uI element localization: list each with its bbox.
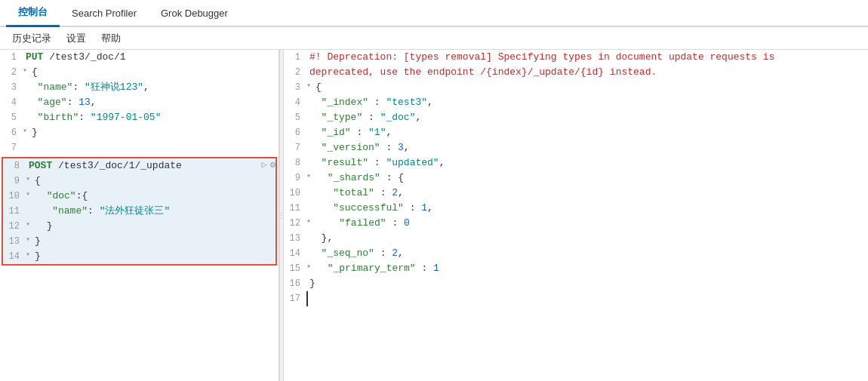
fold-arrow-9[interactable]: ▾ [26, 174, 30, 185]
line-7: 7 [0, 140, 279, 155]
right-line-12: 12 ▾ "failed" : 0 [284, 216, 868, 231]
line-10: 10 ▾ "doc":{ [3, 189, 275, 204]
line-num-12: 12 [3, 219, 26, 233]
line-num-5: 5 [0, 110, 23, 124]
right-fold-3[interactable]: ▾ [306, 80, 311, 91]
sub-nav-history[interactable]: 历史记录 [6, 29, 57, 48]
line-content-5: "birth": "1997-01-05" [23, 110, 279, 125]
line-content-10: "doc":{ [32, 189, 275, 204]
line-8: 8 POST /test3/_doc/1/_update ▷ ⚙ [3, 158, 275, 174]
right-line-content-14: "_seq_no" : 2, [306, 246, 868, 261]
right-line-13: 13 }, [284, 231, 868, 246]
right-line-num-17: 17 [284, 291, 306, 306]
right-fold-9[interactable]: ▾ [306, 171, 311, 182]
right-line-content-17 [306, 291, 868, 306]
line-1: 1 PUT /test3/_doc/1 [0, 50, 279, 65]
line-content-4: "age": 13, [23, 95, 279, 110]
right-line-11: 11 "successful" : 1, [284, 201, 868, 216]
right-line-4: 4 "_index" : "test3", [284, 95, 868, 110]
right-line-num-1: 1 [284, 50, 306, 64]
right-line-8: 8 "result" : "updated", [284, 155, 868, 171]
right-line-content-1: #! Deprecation: [types removal] Specifyi… [306, 50, 868, 65]
line-2: 2 ▾ { [0, 65, 279, 80]
right-line-17[interactable]: 17 [284, 291, 868, 306]
line-4: 4 "age": 13, [0, 95, 279, 110]
right-fold-12[interactable]: ▾ [306, 216, 311, 227]
line-num-9: 9 [3, 174, 26, 188]
line-num-7: 7 [0, 140, 23, 155]
line-content-9: { [32, 174, 275, 189]
right-line-content-9: "_shards" : { [312, 171, 868, 186]
right-line-9: 9 ▾ "_shards" : { [284, 171, 868, 186]
right-line-content-13: }, [306, 231, 868, 246]
line-content-12: } [32, 219, 275, 234]
sub-nav-help[interactable]: 帮助 [95, 29, 127, 48]
line-num-3: 3 [0, 80, 23, 94]
right-line-num-10: 10 [284, 186, 306, 200]
right-line-num-11: 11 [284, 201, 306, 215]
left-editor-panel[interactable]: 1 PUT /test3/_doc/1 2 ▾ { 3 "name": "狂神说… [0, 50, 279, 381]
right-line-content-11: "successful" : 1, [306, 201, 868, 216]
fold-arrow-10[interactable]: ▾ [26, 189, 30, 200]
right-line-num-5: 5 [284, 110, 306, 124]
line-13: 13 ▾ } [3, 234, 275, 249]
right-line-5: 5 "_type" : "_doc", [284, 110, 868, 125]
play-icon-8[interactable]: ▷ [262, 158, 267, 172]
sub-nav-settings[interactable]: 设置 [60, 29, 92, 48]
line-num-2: 2 [0, 65, 23, 79]
right-line-1: 1 #! Deprecation: [types removal] Specif… [284, 50, 868, 65]
right-line-content-6: "_id" : "1", [306, 125, 868, 140]
tab-grok-debugger[interactable]: Grok Debugger [149, 2, 240, 27]
line-content-14: } [32, 249, 275, 264]
tab-search-profiler[interactable]: Search Profiler [60, 2, 149, 27]
fold-arrow-14[interactable]: ▾ [26, 249, 30, 260]
line-6: 6 ▾ } [0, 125, 279, 140]
line-num-1: 1 [0, 50, 23, 64]
right-line-num-16: 16 [284, 276, 306, 290]
line-content-8: POST /test3/_doc/1/_update [26, 158, 259, 174]
right-line-num-14: 14 [284, 246, 306, 260]
right-code-editor: 1 #! Deprecation: [types removal] Specif… [284, 50, 868, 306]
line-num-6: 6 [0, 125, 23, 140]
right-editor-panel[interactable]: 1 #! Deprecation: [types removal] Specif… [284, 50, 868, 381]
right-line-10: 10 "total" : 2, [284, 186, 868, 201]
right-line-14: 14 "_seq_no" : 2, [284, 246, 868, 261]
line-num-14: 14 [3, 249, 26, 263]
fold-arrow-13[interactable]: ▾ [26, 234, 30, 245]
right-line-6: 6 "_id" : "1", [284, 125, 868, 140]
fold-arrow-2[interactable]: ▾ [23, 65, 27, 76]
right-line-num-3: 3 [284, 80, 306, 94]
line-num-4: 4 [0, 95, 23, 109]
right-line-content-15: "_primary_term" : 1 [312, 261, 868, 276]
line-content-1: PUT /test3/_doc/1 [23, 50, 279, 65]
sub-navigation: 历史记录 设置 帮助 [0, 27, 868, 50]
line-content-2: { [29, 65, 279, 80]
right-line-2: 2 deprecated, use the endpoint /{index}/… [284, 65, 868, 80]
right-line-num-12: 12 [284, 216, 306, 230]
right-line-7: 7 "_version" : 3, [284, 140, 868, 155]
right-line-num-2: 2 [284, 65, 306, 79]
right-line-content-8: "result" : "updated", [306, 155, 868, 171]
right-line-num-8: 8 [284, 155, 306, 170]
left-code-editor: 1 PUT /test3/_doc/1 2 ▾ { 3 "name": "狂神说… [0, 50, 279, 266]
line-5: 5 "birth": "1997-01-05" [0, 110, 279, 125]
line-num-11: 11 [3, 204, 26, 218]
top-navigation: 控制台 Search Profiler Grok Debugger [0, 0, 868, 27]
line-num-8: 8 [3, 158, 26, 173]
right-line-16: 16 } [284, 276, 868, 291]
line-9: 9 ▾ { [3, 174, 275, 189]
right-fold-15[interactable]: ▾ [306, 261, 311, 272]
highlighted-block: 8 POST /test3/_doc/1/_update ▷ ⚙ 9 ▾ { 1… [2, 157, 277, 266]
right-line-num-4: 4 [284, 95, 306, 109]
settings-icon-8[interactable]: ⚙ [270, 158, 275, 172]
right-line-content-12: "failed" : 0 [312, 216, 868, 231]
right-line-content-10: "total" : 2, [306, 186, 868, 201]
fold-arrow-12[interactable]: ▾ [26, 219, 30, 230]
right-line-content-4: "_index" : "test3", [306, 95, 868, 110]
tab-console[interactable]: 控制台 [6, 0, 60, 27]
line-11: 11 "name": "法外狂徒张三" [3, 204, 275, 219]
right-line-15: 15 ▾ "_primary_term" : 1 [284, 261, 868, 276]
editor-container: 1 PUT /test3/_doc/1 2 ▾ { 3 "name": "狂神说… [0, 50, 868, 381]
fold-arrow-6[interactable]: ▾ [23, 125, 27, 137]
right-line-content-3: { [312, 80, 868, 95]
